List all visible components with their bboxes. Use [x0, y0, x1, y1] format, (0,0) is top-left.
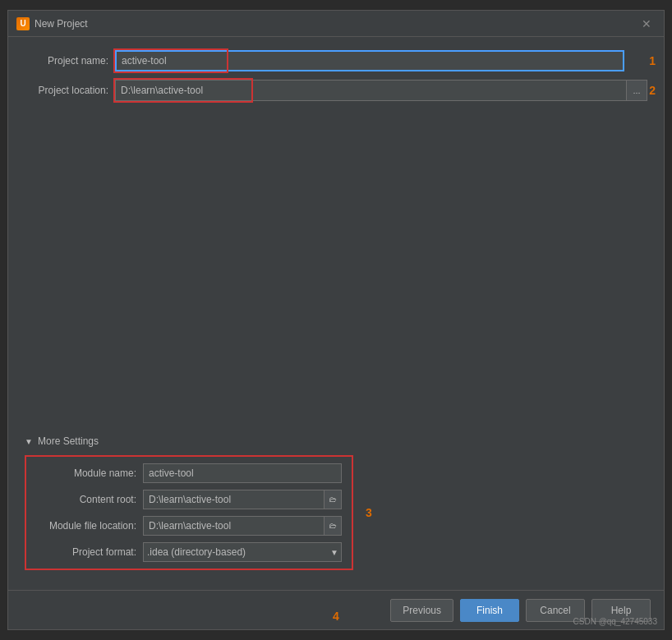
content-root-row: Content root: 🗁 — [36, 490, 342, 509]
more-settings-header[interactable]: ▼ More Settings — [25, 435, 647, 447]
project-location-label: Project location: — [25, 85, 115, 96]
annotation-2: 2 — [649, 84, 656, 97]
project-format-label: Project format: — [36, 546, 143, 558]
project-format-row: Project format: .idea (directory-based) … — [36, 542, 342, 562]
content-root-input[interactable] — [143, 490, 324, 509]
project-format-select[interactable]: .idea (directory-based) Eclipse (.classp… — [143, 542, 342, 562]
project-location-field-wrapper: ... — [115, 80, 647, 101]
module-file-location-row: Module file location: 🗁 — [36, 516, 342, 536]
module-name-label: Module name: — [36, 467, 143, 479]
browse-location-button[interactable]: ... — [626, 80, 647, 101]
project-format-wrapper: .idea (directory-based) Eclipse (.classp… — [143, 542, 342, 562]
more-settings-section: ▼ More Settings Module name: Content roo… — [25, 435, 647, 570]
browse-content-root-button[interactable]: 🗁 — [324, 490, 342, 509]
dialog-title: New Project — [35, 18, 637, 30]
close-button[interactable]: ✕ — [637, 15, 656, 33]
project-name-input[interactable] — [115, 50, 624, 71]
new-project-dialog: U New Project ✕ Project name: 1 Project … — [7, 10, 665, 630]
module-name-row: Module name: — [36, 463, 342, 483]
watermark: CSDN @qq_42745033 — [573, 617, 657, 626]
module-file-location-label: Module file location: — [36, 520, 143, 532]
module-file-location-wrapper: 🗁 — [143, 516, 342, 536]
browse-module-file-button[interactable]: 🗁 — [324, 516, 342, 536]
expand-icon: ▼ — [25, 437, 33, 445]
more-settings-inner: Module name: Content root: 🗁 — [25, 455, 647, 570]
app-icon: U — [16, 17, 30, 30]
more-settings-label: More Settings — [38, 435, 99, 447]
annotation-1: 1 — [649, 54, 656, 67]
project-location-input[interactable] — [115, 80, 626, 101]
project-name-label: Project name: — [25, 55, 115, 67]
dialog-overlay: U New Project ✕ Project name: 1 Project … — [0, 0, 672, 640]
previous-button[interactable]: Previous — [390, 599, 453, 622]
module-name-input[interactable] — [143, 463, 342, 483]
title-bar: U New Project ✕ — [8, 11, 664, 37]
dialog-content: Project name: 1 Project location: ... 2 — [8, 37, 664, 590]
module-file-location-input[interactable] — [143, 516, 324, 536]
more-settings-box: Module name: Content root: 🗁 — [25, 455, 353, 570]
project-name-row: Project name: 1 — [25, 50, 647, 71]
finish-button[interactable]: Finish — [460, 599, 519, 622]
annotation-4: 4 — [333, 610, 339, 623]
dialog-footer: 4 Previous Finish Cancel Help — [8, 590, 664, 629]
content-spacer — [25, 109, 647, 435]
content-root-label: Content root: — [36, 494, 143, 505]
project-location-row: Project location: ... 2 — [25, 80, 647, 101]
annotation-3: 3 — [366, 506, 372, 519]
content-root-wrapper: 🗁 — [143, 490, 342, 509]
